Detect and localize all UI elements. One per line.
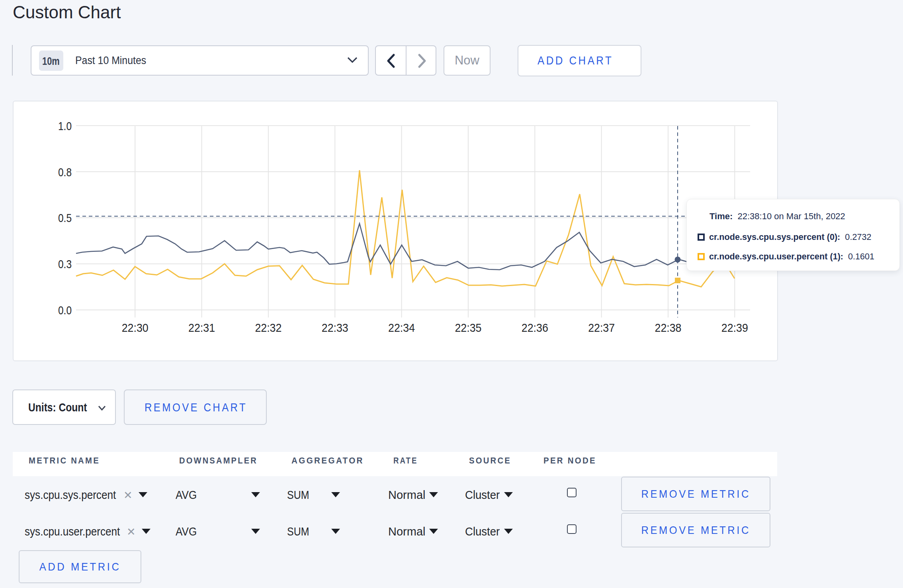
svg-text:22:30: 22:30 xyxy=(122,321,149,334)
svg-text:0.3: 0.3 xyxy=(58,257,72,271)
svg-text:0.5: 0.5 xyxy=(58,211,72,224)
svg-text:22:33: 22:33 xyxy=(322,321,348,334)
svg-text:22:39: 22:39 xyxy=(721,321,748,334)
svg-text:0.8: 0.8 xyxy=(58,165,72,179)
svg-text:22:35: 22:35 xyxy=(455,321,481,334)
svg-text:22:32: 22:32 xyxy=(255,321,281,334)
svg-text:22:31: 22:31 xyxy=(188,321,215,334)
svg-text:22:38: 22:38 xyxy=(655,321,682,334)
svg-text:22:36: 22:36 xyxy=(522,321,548,334)
svg-text:22:37: 22:37 xyxy=(588,321,615,334)
svg-text:1.0: 1.0 xyxy=(58,119,72,132)
svg-text:22:34: 22:34 xyxy=(388,321,415,334)
svg-text:0.0: 0.0 xyxy=(58,304,72,317)
